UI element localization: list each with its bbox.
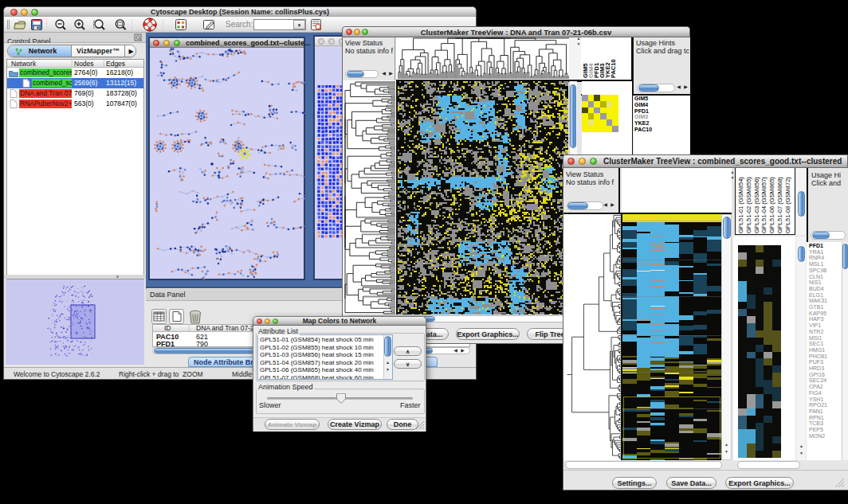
svg-text:GPL51-06 (GSM865): GPL51-06 (GSM865) (768, 177, 775, 233)
svg-text:GPL51-03 (GSM856): GPL51-03 (GSM856) (753, 177, 760, 233)
svg-text:GPL51-04 (GSM857): GPL51-04 (GSM857) (760, 177, 768, 233)
svg-text:GPL51-01 (GSM854): GPL51-01 (GSM854) (737, 177, 744, 233)
svg-text:GPL51-02 (GSM855): GPL51-02 (GSM855) (745, 177, 752, 233)
svg-text:GPL51-08 (GSM872): GPL51-08 (GSM872) (784, 177, 791, 233)
svg-text:PAC10: PAC10 (610, 59, 617, 78)
svg-text:GPL51-07 (GSM868): GPL51-07 (GSM868) (776, 177, 783, 233)
